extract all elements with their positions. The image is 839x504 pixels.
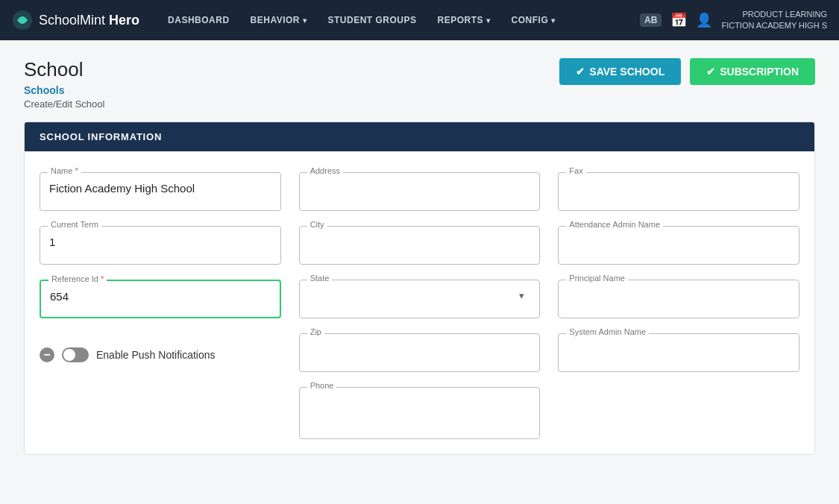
principal-name-field-group: Principal Name (558, 280, 799, 318)
fax-field-group: Fax (558, 172, 799, 211)
ab-badge[interactable]: AB (640, 13, 662, 27)
page-header: School Schools Create/Edit School ✔ SAVE… (24, 58, 815, 110)
system-admin-label: System Admin Name (566, 327, 649, 336)
config-arrow-icon: ▾ (551, 16, 556, 25)
state-select-wrapper: ▾ (309, 288, 531, 302)
save-school-button[interactable]: ✔ SAVE SCHOOL (559, 58, 681, 85)
fax-label: Fax (566, 166, 585, 175)
reference-id-input[interactable] (50, 290, 271, 303)
navbar: SchoolMint Hero Dashboard Behavior▾ Stud… (0, 0, 839, 40)
current-term-field-group: Current Term (40, 226, 281, 265)
push-notifications-toggle-row: − Enable Push Notifications (40, 347, 216, 362)
address-input[interactable] (309, 182, 531, 195)
push-notifications-toggle[interactable] (62, 347, 89, 362)
breadcrumb-schools-link[interactable]: Schools (24, 84, 104, 96)
nav-item-student-groups[interactable]: Student Groups (318, 0, 427, 40)
header-buttons: ✔ SAVE SCHOOL ✔ SUBSCRIPTION (559, 58, 815, 85)
nav-right: AB 📅 👤 PRODUCT LEARNING FICTION ACADEMY … (640, 9, 827, 32)
reference-id-label: Reference Id * (48, 274, 107, 283)
current-term-input[interactable] (49, 236, 271, 248)
brand-logo-icon (12, 10, 33, 31)
empty-spacer (40, 387, 281, 439)
toggle-minus-icon[interactable]: − (40, 347, 54, 362)
city-input[interactable] (309, 236, 531, 248)
zip-field-group: Zip (299, 333, 541, 372)
address-label: Address (307, 166, 343, 175)
phone-label: Phone (307, 381, 337, 390)
phone-input[interactable] (309, 397, 531, 409)
name-label: Name * (48, 166, 81, 175)
name-input[interactable] (49, 182, 271, 195)
brand[interactable]: SchoolMint Hero (12, 10, 139, 31)
zip-input[interactable] (309, 343, 531, 356)
nav-item-reports[interactable]: Reports▾ (427, 0, 501, 40)
state-label: State (307, 274, 333, 283)
page-header-left: School Schools Create/Edit School (24, 58, 104, 110)
state-select[interactable] (309, 289, 531, 302)
empty-spacer-2 (558, 387, 799, 439)
brand-name: SchoolMint Hero (39, 13, 139, 28)
subscription-check-icon: ✔ (706, 66, 715, 78)
save-check-icon: ✔ (576, 66, 585, 78)
system-admin-input[interactable] (568, 343, 790, 356)
city-field-group: City (299, 226, 541, 265)
nav-items: Dashboard Behavior▾ Student Groups Repor… (157, 0, 640, 40)
address-field-group: Address (299, 172, 541, 211)
state-field-group: State ▾ (299, 280, 541, 318)
subscription-button[interactable]: ✔ SUBSCRIPTION (690, 58, 815, 85)
card-body: Name * Address Fax Current Term (25, 151, 814, 454)
reports-arrow-icon: ▾ (486, 16, 491, 25)
principal-name-input[interactable] (568, 289, 790, 302)
attendance-admin-field-group: Attendance Admin Name (558, 226, 799, 265)
page-content: School Schools Create/Edit School ✔ SAVE… (0, 40, 839, 473)
school-info-card: SCHOOL INFORMATION Name * Address Fax (24, 122, 815, 455)
nav-school-info: PRODUCT LEARNING FICTION ACADEMY HIGH S (721, 9, 827, 32)
card-header: SCHOOL INFORMATION (25, 122, 814, 151)
attendance-admin-label: Attendance Admin Name (566, 220, 663, 229)
reference-id-field-group: Reference Id * (40, 280, 281, 318)
current-term-label: Current Term (48, 220, 101, 229)
nav-item-config[interactable]: Config▾ (501, 0, 566, 40)
nav-item-behavior[interactable]: Behavior▾ (240, 0, 318, 40)
push-notifications-label: Enable Push Notifications (96, 349, 216, 361)
name-field-group: Name * (40, 172, 281, 211)
zip-label: Zip (307, 327, 324, 336)
calendar-icon[interactable]: 📅 (670, 12, 687, 28)
fax-input[interactable] (568, 182, 790, 195)
behavior-arrow-icon: ▾ (303, 16, 307, 25)
breadcrumb-sub: Create/Edit School (24, 98, 104, 110)
nav-item-dashboard[interactable]: Dashboard (157, 0, 240, 40)
page-title: School (24, 58, 104, 81)
system-admin-field-group: System Admin Name (558, 333, 799, 372)
form-grid: Name * Address Fax Current Term (40, 172, 799, 439)
user-icon[interactable]: 👤 (696, 12, 712, 28)
attendance-admin-input[interactable] (568, 236, 790, 248)
principal-name-label: Principal Name (566, 274, 628, 283)
city-label: City (307, 220, 327, 229)
phone-field-group: Phone (299, 387, 541, 439)
toggle-row-container: − Enable Push Notifications (40, 333, 281, 372)
